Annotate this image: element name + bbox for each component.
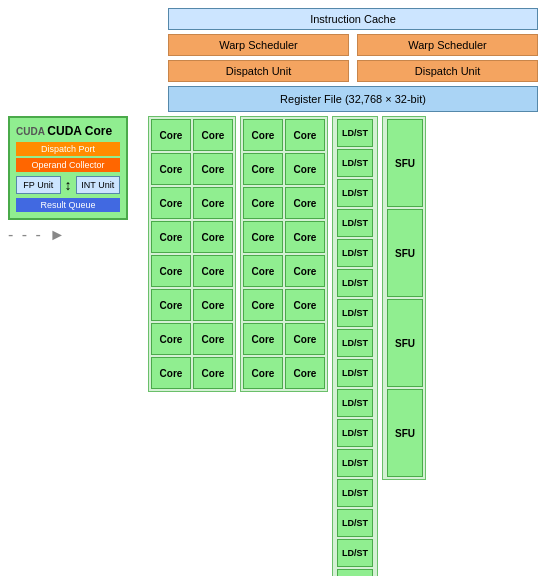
core-cell: Core (243, 357, 283, 389)
core-cell: Core (193, 187, 233, 219)
core-cell: Core (151, 119, 191, 151)
arrow-indicator: - - - ► (8, 226, 138, 244)
cuda-core-title: CUDA CUDA Core (16, 124, 120, 138)
core-cell: Core (193, 323, 233, 355)
core-cell: Core (285, 187, 325, 219)
core-cell: Core (193, 119, 233, 151)
cuda-core-container: CUDA CUDA Core Dispatch Port Operand Col… (8, 116, 138, 244)
warp-scheduler-2: Warp Scheduler (357, 34, 538, 56)
schedulers-row: Warp Scheduler Warp Scheduler (168, 34, 538, 56)
dispatch-row: Dispatch Unit Dispatch Unit (168, 60, 538, 82)
core-cell: Core (243, 289, 283, 321)
int-unit: INT Unit (76, 176, 121, 194)
warp-scheduler-1: Warp Scheduler (168, 34, 349, 56)
cuda-core-result-queue: Result Queue (16, 198, 120, 212)
core-cell: Core (285, 153, 325, 185)
core-col-1: Core Core Core Core Core Core Core Core (151, 119, 191, 389)
ldst-cell: LD/ST (337, 569, 373, 576)
core-col-2: Core Core Core Core Core Core Core Core (193, 119, 233, 389)
dispatch-unit-2: Dispatch Unit (357, 60, 538, 82)
core-cell: Core (285, 323, 325, 355)
ldst-cell: LD/ST (337, 479, 373, 507)
ldst-cell: LD/ST (337, 209, 373, 237)
core-cell: Core (193, 289, 233, 321)
core-cell: Core (243, 119, 283, 151)
fp-unit: FP Unit (16, 176, 61, 194)
core-cell: Core (193, 357, 233, 389)
ldst-cell: LD/ST (337, 149, 373, 177)
core-cell: Core (285, 255, 325, 287)
top-section: Instruction Cache Warp Scheduler Warp Sc… (168, 8, 538, 82)
core-cell: Core (285, 289, 325, 321)
instruction-cache: Instruction Cache (168, 8, 538, 30)
ldst-cell: LD/ST (337, 329, 373, 357)
register-file: Register File (32,768 × 32-bit) (168, 86, 538, 112)
cuda-core-operand-collector: Operand Collector (16, 158, 120, 172)
core-cell: Core (243, 153, 283, 185)
core-cell: Core (193, 255, 233, 287)
ldst-cell: LD/ST (337, 449, 373, 477)
core-cell: Core (285, 221, 325, 253)
core-col-4: Core Core Core Core Core Core Core Core (285, 119, 325, 389)
ldst-cell: LD/ST (337, 119, 373, 147)
core-cell: Core (193, 221, 233, 253)
register-file-row: Register File (32,768 × 32-bit) (8, 86, 538, 112)
sfu-cell-1: SFU (387, 119, 423, 207)
cuda-core-dispatch-port: Dispatch Port (16, 142, 120, 156)
core-cell: Core (243, 323, 283, 355)
ldst-column: LD/ST LD/ST LD/ST LD/ST LD/ST LD/ST LD/S… (337, 119, 373, 576)
core-cell: Core (151, 187, 191, 219)
ldst-cell: LD/ST (337, 239, 373, 267)
core-cell: Core (151, 255, 191, 287)
core-cell: Core (285, 357, 325, 389)
core-cell: Core (243, 187, 283, 219)
ldst-cell: LD/ST (337, 179, 373, 207)
core-col-3: Core Core Core Core Core Core Core Core (243, 119, 283, 389)
sfu-cell-3: SFU (387, 299, 423, 387)
diagram-container: Instruction Cache Warp Scheduler Warp Sc… (0, 0, 546, 576)
core-group-1: Core Core Core Core Core Core Core Core … (148, 116, 236, 392)
ldst-cell: LD/ST (337, 509, 373, 537)
sfu-column: SFU SFU SFU SFU (387, 119, 423, 477)
ldst-cell: LD/ST (337, 359, 373, 387)
main-row: CUDA CUDA Core Dispatch Port Operand Col… (8, 116, 538, 576)
core-cell: Core (151, 221, 191, 253)
sfu-cell-2: SFU (387, 209, 423, 297)
core-cell: Core (151, 153, 191, 185)
core-cell: Core (151, 323, 191, 355)
core-group-2: Core Core Core Core Core Core Core Core … (240, 116, 328, 392)
ldst-cell: LD/ST (337, 389, 373, 417)
core-cell: Core (151, 357, 191, 389)
core-group-1-inner: Core Core Core Core Core Core Core Core … (151, 119, 233, 389)
cuda-core-box: CUDA CUDA Core Dispatch Port Operand Col… (8, 116, 128, 220)
core-cell: Core (243, 221, 283, 253)
core-group-2-inner: Core Core Core Core Core Core Core Core … (243, 119, 325, 389)
right-panel: Core Core Core Core Core Core Core Core … (148, 116, 426, 576)
core-cell: Core (193, 153, 233, 185)
core-cell: Core (243, 255, 283, 287)
cuda-core-units: FP Unit ↕ INT Unit (16, 176, 120, 194)
sfu-cell-4: SFU (387, 389, 423, 477)
dispatch-unit-1: Dispatch Unit (168, 60, 349, 82)
core-cell: Core (285, 119, 325, 151)
sfu-group: SFU SFU SFU SFU (382, 116, 426, 480)
ldst-cell: LD/ST (337, 299, 373, 327)
core-cell: Core (151, 289, 191, 321)
ldst-cell: LD/ST (337, 539, 373, 567)
ldst-cell: LD/ST (337, 419, 373, 447)
ldst-group: LD/ST LD/ST LD/ST LD/ST LD/ST LD/ST LD/S… (332, 116, 378, 576)
ldst-cell: LD/ST (337, 269, 373, 297)
